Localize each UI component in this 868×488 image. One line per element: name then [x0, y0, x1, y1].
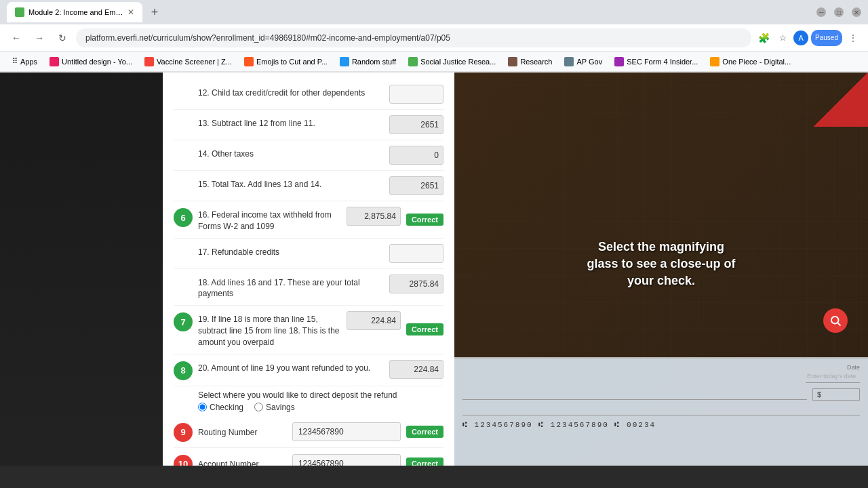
bookmark-onepiece[interactable]: One Piece - Digital... [705, 55, 796, 68]
back-button[interactable]: ← [7, 28, 26, 47]
check-routing-number: 1234567890 [475, 421, 533, 429]
bookmarks-bar: ⠿ Apps Untitled design - Yo... Vaccine S… [0, 52, 868, 72]
savings-label: Savings [266, 403, 295, 412]
paused-button[interactable]: Paused [811, 30, 842, 46]
row-19-correct-badge: Correct [406, 323, 443, 336]
bookmark-vaccine[interactable]: Vaccine Screener | Z... [139, 55, 237, 68]
bookmark-favicon-untitled [50, 57, 59, 66]
bookmark-favicon-sec [614, 57, 624, 66]
routing-number-label: Routing Number [198, 424, 287, 439]
check-micr-numbers: ⑆ 1234567890 ⑆ 1234567890 ⑆ 00234 [462, 421, 860, 429]
bookmark-favicon-random [340, 57, 349, 66]
bookmark-apgov[interactable]: AP Gov [559, 55, 608, 68]
bookmark-icon[interactable]: ☆ [774, 30, 791, 46]
forward-button[interactable]: → [30, 28, 49, 47]
bookmark-research[interactable]: Research [502, 55, 557, 68]
checking-radio-label[interactable]: Checking [198, 403, 243, 412]
magnify-glass-button[interactable] [823, 308, 848, 333]
account-correct-badge: Correct [406, 458, 443, 466]
bookmark-label-vaccine: Vaccine Screener | Z... [157, 58, 232, 66]
bookmark-label-sec: SEC Form 4 Insider... [627, 58, 698, 66]
row-13-input[interactable] [389, 115, 443, 134]
check-date-field[interactable]: Enter today's date [806, 372, 860, 383]
check-account-number: 1234567890 [551, 421, 609, 429]
row-14-label: 14. Other taxes [198, 146, 384, 160]
bookmark-label-emojis: Emojis to Cut and P... [256, 58, 328, 66]
bookmark-label-apps: Apps [20, 58, 37, 66]
account-number-input[interactable] [292, 454, 401, 466]
row-17-input[interactable] [389, 244, 443, 263]
account-number-badge: 10 [174, 455, 193, 466]
bookmark-icon-apps: ⠿ [12, 57, 18, 66]
row-15-input[interactable] [389, 176, 443, 195]
bookmark-sec[interactable]: SEC Form 4 Insider... [609, 55, 703, 68]
address-bar[interactable]: platform.everfi.net/curriculum/show?enro… [76, 28, 751, 47]
routing-number-row: 9 Routing Number Correct [174, 416, 443, 448]
bookmark-apps[interactable]: ⠿ Apps [7, 55, 43, 68]
check-amount-box: $ [812, 388, 860, 401]
form-row-12: 12. Child tax credit/credit for other de… [174, 79, 443, 110]
menu-button[interactable]: ⋮ [845, 30, 861, 46]
close-button[interactable]: ✕ [852, 7, 861, 17]
savings-radio-label[interactable]: Savings [254, 403, 295, 412]
window-controls: ─ □ ✕ [816, 7, 861, 17]
row-18-label: 18. Add lines 16 and 17. These are your … [198, 274, 384, 300]
maximize-button[interactable]: □ [834, 7, 844, 17]
bookmark-label-research: Research [520, 58, 552, 66]
row-20-input[interactable] [389, 360, 443, 379]
checking-radio[interactable] [198, 403, 207, 411]
routing-number-input[interactable] [292, 422, 401, 441]
check-amount-row: $ [462, 388, 860, 401]
check-date-label: Date [847, 364, 860, 371]
browser-chrome: Module 2: Income and Emp... ✕ + ─ □ ✕ ← … [0, 0, 868, 73]
bookmark-label-untitled: Untitled design - Yo... [62, 58, 132, 66]
check-payee-field[interactable] [462, 389, 807, 400]
form-row-20: 8 20. Amount of line 19 you want refunde… [174, 354, 443, 386]
bookmark-label-random: Random stuff [352, 58, 396, 66]
bookmark-social[interactable]: Social Justice Resea... [403, 55, 501, 68]
row-12-input[interactable] [389, 85, 443, 104]
check-preview: Date Enter today's date $ ⑆ 1234567890 [454, 357, 868, 466]
bookmark-label-apgov: AP Gov [576, 58, 602, 66]
row-14-input[interactable] [389, 146, 443, 165]
check-words-row [462, 405, 860, 415]
savings-radio[interactable] [254, 403, 263, 411]
tab-title: Module 2: Income and Emp... [28, 8, 123, 16]
row-17-label: 17. Refundable credits [198, 244, 384, 258]
row-19-label: 19. If line 18 is more than line 15, sub… [198, 311, 341, 348]
extensions-icon[interactable]: 🧩 [755, 30, 772, 46]
left-decorative-strip [0, 73, 163, 466]
row-18-input[interactable] [389, 274, 443, 293]
active-tab[interactable]: Module 2: Income and Emp... ✕ [7, 2, 142, 22]
bookmark-emojis[interactable]: Emojis to Cut and P... [239, 55, 333, 68]
bookmark-untitled[interactable]: Untitled design - Yo... [44, 55, 138, 68]
url-text: platform.everfi.net/curriculum/show?enro… [85, 33, 450, 43]
reload-button[interactable]: ↻ [53, 28, 72, 47]
row-19-number: 7 [174, 312, 193, 331]
tab-close-button[interactable]: ✕ [127, 7, 134, 17]
row-20-number: 8 [174, 361, 193, 380]
check-routing-display: ⑆ [462, 421, 469, 429]
form-row-13: 13. Subtract line 12 from line 11. [174, 110, 443, 140]
bookmark-random[interactable]: Random stuff [334, 55, 401, 68]
profile-icon[interactable]: A [793, 30, 808, 45]
right-panel: Select the magnifying glass to see a clo… [454, 73, 868, 466]
bookmark-label-social: Social Justice Resea... [420, 58, 496, 66]
check-number-value: 00234 [627, 421, 656, 429]
svg-point-0 [831, 317, 839, 324]
account-number-label: Account Number [198, 456, 287, 466]
form-row-17: 17. Refundable credits [174, 239, 443, 269]
new-tab-button[interactable]: + [145, 3, 164, 22]
svg-line-1 [837, 323, 840, 325]
form-row-15: 15. Total Tax. Add lines 13 and 14. [174, 171, 443, 201]
row-19-input[interactable] [347, 311, 401, 330]
tab-favicon [15, 7, 24, 17]
bookmark-favicon-research [508, 57, 517, 66]
row-16-input[interactable] [347, 207, 401, 226]
checking-label: Checking [210, 403, 243, 412]
minimize-button[interactable]: ─ [816, 7, 826, 17]
bookmark-favicon-social [408, 57, 418, 66]
check-words-field[interactable] [462, 405, 860, 415]
title-bar: Module 2: Income and Emp... ✕ + ─ □ ✕ [0, 0, 868, 24]
row-20-label: 20. Amount of line 19 you want refunded … [198, 360, 384, 374]
